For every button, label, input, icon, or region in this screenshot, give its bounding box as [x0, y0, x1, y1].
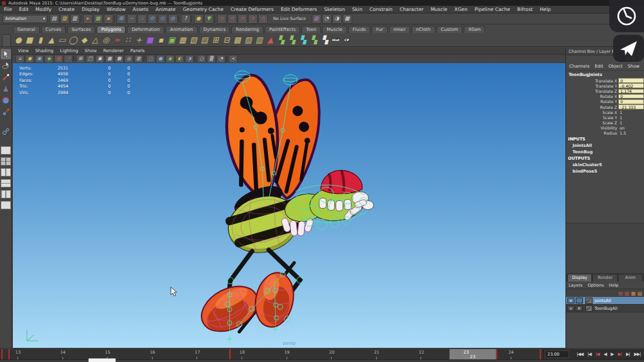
attribute-value-field[interactable]: 0 — [618, 94, 644, 99]
layer-visibility-toggle[interactable]: V — [567, 298, 574, 303]
snap-to-grids-icon[interactable]: ⊞ — [117, 14, 126, 24]
input-connections-icon[interactable]: ∩ — [217, 14, 227, 24]
shelf-scroll-button[interactable] — [2, 34, 11, 47]
output-node[interactable]: bindPose5 — [566, 168, 644, 175]
film-gate-icon[interactable]: □ — [86, 55, 95, 63]
resolution-gate-icon[interactable]: ▣ — [95, 55, 104, 63]
selected-object-name[interactable]: ToonBugJoints — [566, 71, 644, 78]
shelf-tab[interactable]: XGen — [464, 26, 485, 33]
attribute-value-field[interactable]: -0.402 — [618, 83, 644, 88]
panel-toolbar-icon[interactable] — [73, 56, 75, 62]
status-icon[interactable] — [214, 15, 216, 23]
go-to-end-button[interactable]: ▶▶| — [634, 352, 640, 357]
shelf-tab[interactable]: Fluids — [348, 26, 370, 33]
render-settings-icon[interactable]: ▦ — [343, 14, 352, 24]
time-slider-strip[interactable]: 23 131415161718192021222324 — [0, 349, 544, 359]
menu-item[interactable]: Geometry Cache — [183, 6, 223, 12]
smooth-icon[interactable]: ⊞ — [210, 34, 221, 45]
poly-pipe-icon[interactable]: ◎ — [100, 34, 111, 45]
attribute-value-field[interactable]: 1 — [618, 115, 644, 120]
booleans-icon[interactable]: ▤ — [199, 34, 210, 45]
panel-menu-item[interactable]: Shading — [35, 48, 53, 53]
panel-menu-item[interactable]: Lighting — [60, 48, 78, 53]
title-bar[interactable]: Autodesk Maya 2015: C:\Users\Alan\Deskto… — [0, 0, 644, 6]
menu-item[interactable]: Edit — [19, 6, 29, 12]
snap-to-view-planes-icon[interactable]: ◇ — [158, 14, 167, 24]
menu-item[interactable]: Constrain — [370, 6, 393, 12]
attribute-value-field[interactable]: 1.5 — [618, 131, 644, 136]
lasso-tool-button[interactable] — [1, 61, 11, 71]
layout-persp-outliner-button[interactable] — [1, 201, 11, 209]
poly-svg-icon[interactable]: ▪ — [155, 34, 166, 45]
poly-prism-icon[interactable]: ◆ — [79, 34, 90, 45]
poly-torus-icon[interactable]: ◯ — [68, 34, 79, 45]
status-icon[interactable] — [178, 15, 180, 23]
status-icon[interactable] — [80, 15, 82, 23]
platonic-solids-icon[interactable]: ∷ — [122, 34, 133, 45]
multi-cut-icon[interactable]: ▚ — [287, 34, 298, 45]
clock-overlay-button[interactable] — [609, 0, 644, 32]
construction-history-icon[interactable]: ∩ — [227, 14, 237, 24]
play-forwards-button[interactable]: ▶ — [611, 352, 613, 357]
highlight-selection-icon[interactable]: ▼ — [204, 14, 214, 24]
bookmarks-icon[interactable]: ◆ — [44, 55, 53, 63]
panel-toolbar-icon[interactable] — [226, 56, 228, 62]
channel-box-menu-item[interactable]: Edit — [594, 64, 603, 69]
connect-icon[interactable]: ▚ — [308, 34, 319, 45]
xray-icon[interactable]: ▒ — [207, 55, 216, 63]
move-tool-button[interactable] — [1, 84, 11, 94]
select-by-hierarchy-icon[interactable]: ▸ — [83, 14, 93, 24]
status-icon[interactable] — [191, 15, 193, 23]
status-icon[interactable] — [114, 15, 116, 23]
new-scene-icon[interactable]: ▤ — [50, 14, 59, 24]
toonbug-character[interactable] — [194, 71, 374, 342]
shelf-tab[interactable]: Polygons — [97, 26, 126, 33]
menu-item[interactable]: Help — [540, 6, 551, 12]
current-time-indicator[interactable]: 23 — [450, 349, 496, 359]
menu-item[interactable]: Character — [400, 6, 424, 12]
shelf-tab[interactable]: Fur — [372, 26, 388, 33]
channel-box-menu-item[interactable]: Object — [609, 64, 623, 69]
share-view-icon[interactable]: < — [229, 55, 238, 63]
menu-item[interactable]: Create Deformers — [231, 6, 274, 12]
attribute-value-field[interactable]: 1 — [618, 110, 644, 115]
paint-select-tool-button[interactable] — [1, 72, 11, 82]
select-camera-icon[interactable]: ⌂ — [15, 55, 24, 63]
panel-menu-item[interactable]: Renderer — [103, 48, 124, 53]
step-forward-key-button[interactable]: ▶| — [618, 352, 621, 357]
safe-action-icon[interactable]: ◎ — [124, 55, 133, 63]
poly-sphere-icon[interactable]: ● — [13, 34, 24, 45]
shelf-tab[interactable]: Animation — [166, 26, 198, 33]
menu-item[interactable]: Window — [107, 6, 126, 12]
save-scene-icon[interactable]: ▥ — [70, 14, 80, 24]
menu-item[interactable]: File — [4, 6, 12, 12]
isolate-select-icon[interactable]: ○ — [197, 55, 206, 63]
poly-cube-icon[interactable]: ■ — [24, 34, 35, 45]
go-to-start-button[interactable]: |◀◀ — [576, 352, 583, 357]
layout-four-pane-button[interactable] — [1, 157, 11, 166]
layer-visibility-toggle[interactable]: V — [567, 305, 574, 311]
separate-icon[interactable]: ▦ — [177, 34, 188, 45]
safe-title-icon[interactable]: ▥ — [134, 55, 143, 63]
menu-item[interactable]: Skin — [352, 6, 363, 12]
layout-two-pane-stacked-button[interactable] — [1, 179, 11, 187]
layer-editor-menu-item[interactable]: Help — [609, 283, 619, 288]
combine-icon[interactable]: ▣ — [166, 34, 177, 45]
hist-icon[interactable]: Hist — [330, 34, 341, 45]
gate-mask-icon[interactable]: ▩ — [105, 55, 114, 63]
layer-color-swatch[interactable] — [585, 305, 592, 312]
ipr-render-icon[interactable]: ◑ — [332, 14, 342, 24]
rotate-tool-button[interactable] — [1, 95, 11, 106]
layout-single-pane-button[interactable] — [1, 146, 11, 155]
step-forward-frame-button[interactable]: ▶| — [626, 352, 630, 357]
output-node[interactable]: skinCluster5 — [566, 162, 644, 168]
reduce-icon[interactable]: ⊟ — [221, 34, 232, 45]
channel-box-menu-item[interactable]: Show — [628, 64, 639, 69]
shaded-icon[interactable]: ● — [156, 55, 165, 63]
sculpt-tool-icon[interactable]: + — [133, 34, 144, 45]
menu-item[interactable]: Pipeline Cache — [475, 6, 510, 12]
shelf-tab[interactable]: Toon — [301, 26, 321, 33]
make-object-live-icon[interactable]: ◎ — [168, 14, 178, 24]
scale-tool-button[interactable] — [1, 107, 11, 117]
attribute-value-field[interactable]: 1.174 — [618, 89, 644, 94]
